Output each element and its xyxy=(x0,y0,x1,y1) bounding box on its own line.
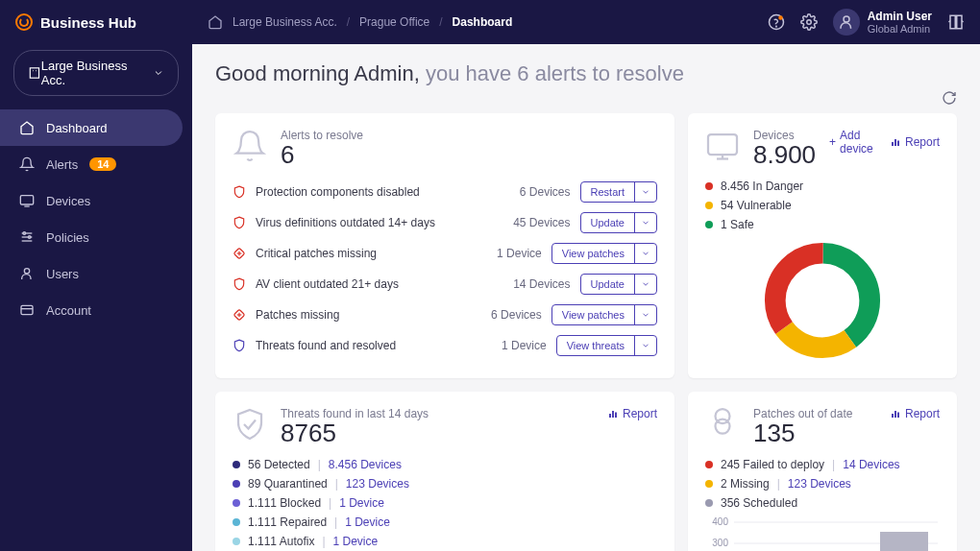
chevron-down-icon xyxy=(153,67,164,79)
legend-dot xyxy=(705,182,713,190)
devices-card: Devices 8.900 + Add device Report 8.456 … xyxy=(688,113,957,378)
patch-red-icon xyxy=(233,308,246,322)
patches-card: Patches out of date 135 Report 245 Faile… xyxy=(688,392,957,551)
breadcrumb-location[interactable]: Prague Office xyxy=(359,15,429,29)
legend-item: 89 Quarantined|123 Devices xyxy=(233,474,657,493)
topbar: Large Business Acc. / Prague Office / Da… xyxy=(192,0,980,44)
expand-icon[interactable] xyxy=(947,13,965,31)
alert-label: AV client outdated 21+ days xyxy=(256,277,399,291)
add-device-link[interactable]: + Add device xyxy=(829,129,876,156)
legend-label: 56 Detected xyxy=(248,458,310,471)
shield-red-icon xyxy=(233,216,246,229)
devices-legend: 8.456 In Danger54 Vulnerable1 Safe xyxy=(705,177,940,234)
alert-label: Critical patches missing xyxy=(256,247,377,260)
shield-red-icon xyxy=(233,277,246,291)
alert-count: 45 Devices xyxy=(513,216,570,229)
breadcrumb-sep: / xyxy=(439,15,442,29)
refresh-icon[interactable] xyxy=(942,90,957,106)
patches-report-link[interactable]: Report xyxy=(890,407,940,420)
nav-devices-label: Devices xyxy=(46,194,90,208)
legend-devices-link[interactable]: 14 Devices xyxy=(843,458,899,471)
legend-devices-link[interactable]: 123 Devices xyxy=(788,477,851,491)
nav-alerts[interactable]: Alerts 14 xyxy=(0,146,192,182)
legend-item: 56 Detected|8.456 Devices xyxy=(233,455,657,474)
alert-label: Virus definitions outdated 14+ days xyxy=(256,216,435,229)
legend-dot xyxy=(705,461,713,468)
nav-policies[interactable]: Policies xyxy=(0,219,192,255)
alert-row: Patches missing6 DevicesView patches xyxy=(233,299,657,330)
breadcrumb: Large Business Acc. / Prague Office / Da… xyxy=(233,15,512,29)
legend-devices-link[interactable]: 1 Device xyxy=(333,535,379,548)
chevron-down-icon xyxy=(641,218,650,228)
svg-rect-26 xyxy=(708,134,737,155)
nav-dashboard[interactable]: Dashboard xyxy=(0,109,183,146)
legend-label: 356 Scheduled xyxy=(721,496,797,510)
main: Large Business Acc. / Prague Office / Da… xyxy=(192,0,980,551)
alert-count: 14 Devices xyxy=(513,277,570,291)
nav-users[interactable]: Users xyxy=(0,255,192,292)
account-selector[interactable]: Large Business Acc. xyxy=(13,50,179,96)
svg-rect-18 xyxy=(950,15,955,29)
alert-label: Patches missing xyxy=(256,308,339,322)
chevron-down-icon xyxy=(641,279,650,289)
nav-policies-label: Policies xyxy=(46,230,89,245)
legend-dot xyxy=(233,499,240,507)
legend-dot xyxy=(705,499,713,507)
nav-users-label: Users xyxy=(46,267,79,281)
legend-dot xyxy=(233,461,240,468)
svg-rect-30 xyxy=(894,139,896,146)
nav-devices[interactable]: Devices xyxy=(0,182,192,219)
legend-devices-link[interactable]: 123 Devices xyxy=(346,477,409,491)
nav: Dashboard Alerts 14 Devices Policies Use… xyxy=(0,109,192,328)
alert-action-button[interactable]: View patches xyxy=(551,304,657,325)
chevron-down-icon xyxy=(641,310,650,320)
alerts-card: Alerts to resolve 6 Protection component… xyxy=(215,113,674,378)
devices-report-link[interactable]: Report xyxy=(890,129,940,156)
brand-logo: Business Hub xyxy=(0,0,192,44)
threats-report-link[interactable]: Report xyxy=(607,407,657,420)
legend-devices-link[interactable]: 1 Device xyxy=(345,515,390,529)
legend-devices-link[interactable]: 8.456 Devices xyxy=(329,458,402,471)
legend-dot xyxy=(233,518,240,526)
svg-rect-40 xyxy=(897,413,899,419)
user-menu[interactable]: Admin User Global Admin xyxy=(833,9,932,36)
patch-icon xyxy=(705,407,740,442)
legend-item: 54 Vulnerable xyxy=(705,196,940,215)
patches-bar-chart: 400 300 200 100 xyxy=(705,513,940,551)
user-icon xyxy=(838,13,855,31)
monitor-icon xyxy=(705,129,740,163)
sliders-icon xyxy=(19,229,35,245)
bar-icon xyxy=(890,408,901,419)
legend-item: 245 Failed to deploy|14 Devices xyxy=(705,455,940,474)
user-icon xyxy=(19,266,35,281)
svg-rect-0 xyxy=(30,68,38,78)
nav-dashboard-label: Dashboard xyxy=(46,121,108,135)
alert-label: Threats found and resolved xyxy=(256,339,396,352)
alert-action-button[interactable]: Restart xyxy=(580,181,657,203)
nav-account[interactable]: Account xyxy=(0,292,192,328)
alert-action-button[interactable]: Update xyxy=(580,274,657,295)
home-icon[interactable] xyxy=(208,14,223,30)
svg-rect-3 xyxy=(20,196,33,204)
breadcrumb-current: Dashboard xyxy=(453,15,513,29)
alert-action-button[interactable]: Update xyxy=(580,212,657,233)
gear-icon[interactable] xyxy=(800,13,818,31)
legend-devices-link[interactable]: 1 Device xyxy=(339,496,384,510)
patches-legend: 245 Failed to deploy|14 Devices2 Missing… xyxy=(705,455,940,513)
svg-point-17 xyxy=(844,16,849,22)
breadcrumb-account[interactable]: Large Business Acc. xyxy=(233,15,337,29)
legend-label: 2 Missing xyxy=(721,477,770,491)
legend-item: 1.111 Autofix|1 Device xyxy=(233,532,657,551)
alert-row: Critical patches missing1 DeviceView pat… xyxy=(233,238,657,269)
help-icon[interactable] xyxy=(768,13,785,31)
alert-label: Protection components disabled xyxy=(256,185,420,199)
alert-action-button[interactable]: View patches xyxy=(551,243,657,264)
alert-action-button[interactable]: View threats xyxy=(556,335,657,356)
svg-point-10 xyxy=(24,269,29,274)
greeting-bold: Good morning Admin, xyxy=(215,61,420,85)
svg-rect-31 xyxy=(897,141,899,147)
legend-item: 2 Missing|123 Devices xyxy=(705,474,940,493)
user-role: Global Admin xyxy=(868,23,932,35)
page-greeting: Good morning Admin, you have 6 alerts to… xyxy=(215,61,957,86)
alert-count: 1 Device xyxy=(497,247,542,260)
